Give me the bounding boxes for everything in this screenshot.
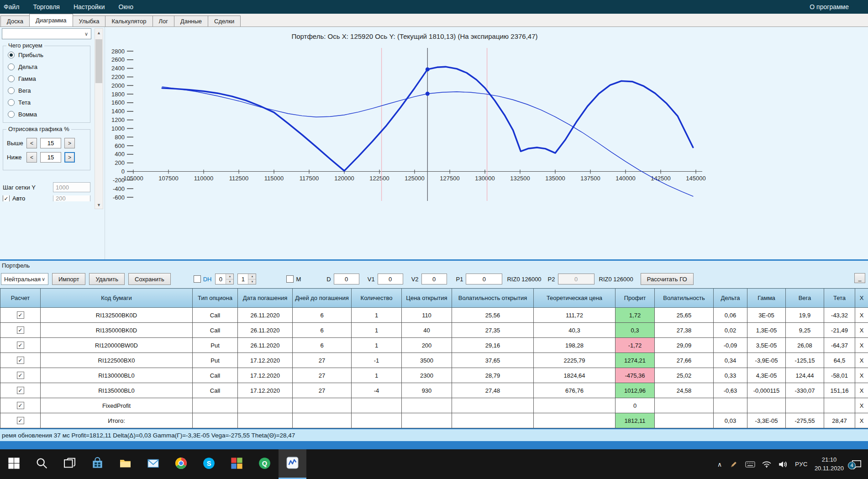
calc-margin-button[interactable]: Рассчитать ГО xyxy=(641,273,694,285)
dh-checkbox[interactable] xyxy=(194,275,201,283)
row-delete-button[interactable]: X xyxy=(855,353,868,368)
spin-down-icon[interactable]: ▼ xyxy=(226,279,233,284)
row-delete-button[interactable]: X xyxy=(855,383,868,398)
row-checkbox[interactable]: ✓ xyxy=(0,398,41,413)
menu-item[interactable]: Файл xyxy=(4,3,19,11)
table-row[interactable]: ✓RI130000BL0Call17.12.2020271230028,7918… xyxy=(0,368,868,383)
radio-option-Гамма[interactable]: Гамма xyxy=(8,75,86,82)
column-header-4[interactable]: Дней до погашения xyxy=(293,289,352,308)
table-row[interactable]: ✓Итого:1812,110,03-3,3E-05-275,5528,47X xyxy=(0,413,868,428)
row-delete-button[interactable]: X xyxy=(855,413,868,428)
increase-below-button[interactable]: > xyxy=(64,152,75,163)
row-delete-button[interactable]: X xyxy=(855,398,868,413)
radio-option-Прибыль[interactable]: Прибыль xyxy=(8,52,86,58)
row-delete-button[interactable]: X xyxy=(855,368,868,383)
row-checkbox[interactable]: ✓ xyxy=(0,413,41,428)
save-button[interactable]: Сохранить xyxy=(128,273,171,285)
language-indicator[interactable]: РУС xyxy=(795,461,808,468)
row-delete-button[interactable]: X xyxy=(855,308,868,323)
row-checkbox[interactable]: ✓ xyxy=(0,353,41,368)
tab-Диаграмма[interactable]: Диаграмма xyxy=(29,14,73,26)
row-checkbox[interactable]: ✓ xyxy=(0,338,41,353)
menu-item[interactable]: Настройки xyxy=(74,3,105,11)
column-header-5[interactable]: Количество xyxy=(352,289,402,308)
column-header-15[interactable]: X xyxy=(855,289,868,308)
range-above-input[interactable]: 15 xyxy=(40,138,61,148)
menu-item[interactable]: Окно xyxy=(119,3,134,11)
taskbar-quik-app-button[interactable]: Q xyxy=(251,449,279,479)
delete-button[interactable]: Удалить xyxy=(89,273,125,285)
tab-Сделки[interactable]: Сделки xyxy=(208,16,241,26)
import-button[interactable]: Импорт xyxy=(52,273,85,285)
taskbar-chrome-button[interactable] xyxy=(167,449,195,479)
v1-input[interactable]: 0 xyxy=(378,274,403,284)
taskbar-task-view-button[interactable] xyxy=(56,449,84,479)
m-checkbox[interactable] xyxy=(286,275,294,283)
keyboard-icon[interactable] xyxy=(745,460,755,468)
column-header-11[interactable]: Дельта xyxy=(714,289,747,308)
tab-Лог[interactable]: Лог xyxy=(153,16,175,26)
column-header-7[interactable]: Волатильность открытия xyxy=(452,289,534,308)
taskbar-skype-button[interactable]: S xyxy=(195,449,223,479)
column-header-0[interactable]: Расчет xyxy=(0,289,41,308)
range-below-input[interactable]: 15 xyxy=(40,152,61,163)
decrease-above-button[interactable]: < xyxy=(26,138,37,148)
minimize-panel-button[interactable]: _ xyxy=(854,273,865,283)
taskbar-store-button[interactable] xyxy=(84,449,111,479)
taskbar-grid-app-button[interactable] xyxy=(223,449,251,479)
column-header-3[interactable]: Дата погашения xyxy=(238,289,293,308)
spin-up-icon[interactable]: ▲ xyxy=(248,274,256,279)
tab-Доска[interactable]: Доска xyxy=(0,16,30,26)
column-header-14[interactable]: Тета xyxy=(824,289,855,308)
row-checkbox[interactable]: ✓ xyxy=(0,323,41,338)
column-header-1[interactable]: Код бумаги xyxy=(41,289,193,308)
draw-target-dropdown[interactable]: ∨ xyxy=(2,28,91,39)
spin-down-icon[interactable]: ▼ xyxy=(248,279,256,284)
strategy-dropdown[interactable]: Нейтральная ∨ xyxy=(1,273,48,285)
scroll-up-icon[interactable]: ▲ xyxy=(95,29,103,37)
row-checkbox[interactable]: ✓ xyxy=(0,383,41,398)
row-delete-button[interactable]: X xyxy=(855,338,868,353)
d-input[interactable]: 0 xyxy=(334,274,359,284)
row-checkbox[interactable]: ✓ xyxy=(0,368,41,383)
table-row[interactable]: ✓RI120000BW0DPut26.11.20206120029,16198,… xyxy=(0,338,868,353)
table-row[interactable]: ✓RI122500BX0Put17.12.202027-1350037,6522… xyxy=(0,353,868,368)
wifi-icon[interactable] xyxy=(762,460,772,468)
taskbar-clock[interactable]: 21:10 20.11.2020 xyxy=(815,456,844,472)
decrease-below-button[interactable]: < xyxy=(26,152,37,163)
tab-Данные[interactable]: Данные xyxy=(174,16,208,26)
menu-about[interactable]: О программе xyxy=(810,3,849,11)
increase-above-button[interactable]: > xyxy=(64,138,75,148)
taskbar-mail-button[interactable] xyxy=(139,449,167,479)
table-row[interactable]: ✓RI135000BL0Call17.12.202027-493027,4867… xyxy=(0,383,868,398)
taskbar-explorer-button[interactable] xyxy=(111,449,139,479)
column-header-8[interactable]: Теоретическая цена xyxy=(534,289,615,308)
radio-option-Тета[interactable]: Тета xyxy=(8,99,86,106)
radio-option-Дельта[interactable]: Дельта xyxy=(8,63,86,70)
spin-up-icon[interactable]: ▲ xyxy=(226,274,233,279)
p1-input[interactable]: 0 xyxy=(466,274,502,284)
column-header-2[interactable]: Тип опциона xyxy=(193,289,238,308)
taskbar-search-button[interactable] xyxy=(28,449,56,479)
notification-center-button[interactable]: 4 xyxy=(851,458,863,470)
pen-icon[interactable] xyxy=(729,460,739,468)
side-scrollbar[interactable]: ▲ ▼ xyxy=(95,28,103,209)
scrollbar-thumb[interactable] xyxy=(95,39,102,83)
column-header-13[interactable]: Вега xyxy=(786,289,824,308)
taskbar-start-button[interactable] xyxy=(0,449,28,479)
tab-Улыбка[interactable]: Улыбка xyxy=(73,16,106,26)
taskbar-chart-app-button[interactable] xyxy=(279,449,306,479)
radio-option-Вомма[interactable]: Вомма xyxy=(8,111,86,118)
row-checkbox[interactable]: ✓ xyxy=(0,308,41,323)
dh-spinner-2-value[interactable]: 1 xyxy=(238,274,248,284)
column-header-12[interactable]: Гамма xyxy=(747,289,786,308)
scroll-down-icon[interactable]: ▼ xyxy=(95,201,103,209)
table-row[interactable]: ✓FixedProfit0X xyxy=(0,398,868,413)
menu-item[interactable]: Торговля xyxy=(33,3,59,11)
row-delete-button[interactable]: X xyxy=(855,323,868,338)
speaker-icon[interactable] xyxy=(778,460,788,468)
dh-spinner-1-value[interactable]: 0 xyxy=(216,274,226,284)
column-header-10[interactable]: Волатильность xyxy=(655,289,714,308)
portfolio-chart[interactable]: 2800260024002200200018001600140012001000… xyxy=(105,42,868,250)
table-row[interactable]: ✓RI135000BK0DCall26.11.2020614027,3540,3… xyxy=(0,323,868,338)
